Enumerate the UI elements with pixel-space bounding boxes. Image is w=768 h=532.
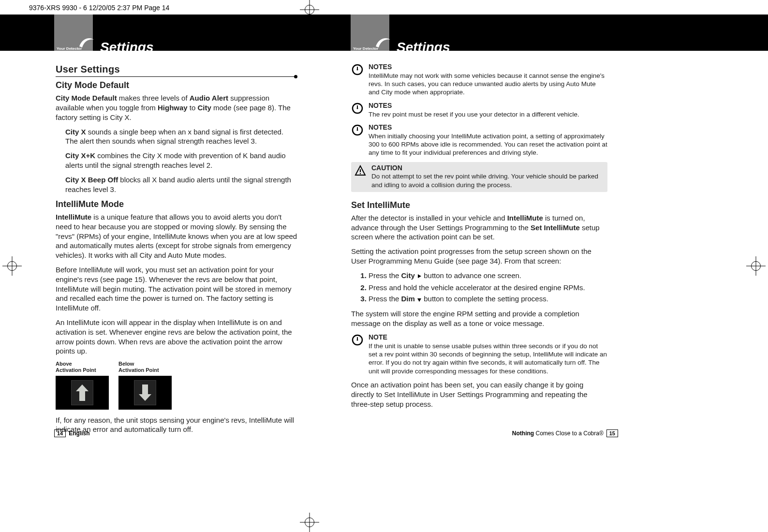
note-4: NOTE If the unit is unable to sense usab…	[351, 333, 607, 375]
cobra-logo-icon-right	[374, 33, 391, 50]
intellimute-p2: Before IntelliMute will work, you must s…	[56, 265, 297, 313]
setup-steps: Press the City button to advance one scr…	[369, 271, 607, 305]
city-x-text: City X sounds a single beep when an x ba…	[65, 127, 297, 147]
lcd-below	[118, 376, 172, 410]
note-2: NOTES The rev point must be reset if you…	[351, 102, 607, 118]
arrow-up-icon	[71, 380, 93, 405]
svg-point-13	[357, 339, 358, 340]
note-4-title: NOTE	[369, 333, 607, 342]
triangle-down-icon	[417, 295, 422, 305]
page-number-left: 14	[54, 429, 66, 437]
set-intellimute-p1: After the detector is installed in your …	[351, 213, 607, 242]
svg-point-2	[357, 69, 358, 71]
section-title-right: Settings	[397, 40, 450, 55]
intellimute-p1: IntelliMute is a unique feature that all…	[56, 212, 297, 260]
city-mode-default-heading: City Mode Default	[56, 80, 297, 91]
caution-block: CAUTION Do not attempt to set the rev po…	[351, 162, 607, 192]
cobra-logo-icon-left	[77, 33, 95, 50]
registration-mark-left	[2, 256, 22, 276]
section-title-left: Settings	[100, 40, 153, 55]
footer-left: 14 English	[54, 429, 90, 437]
svg-point-8	[357, 129, 358, 131]
right-column: NOTES IntelliMute may not work with some…	[351, 63, 607, 414]
note-1-title: NOTES	[369, 63, 607, 72]
caption-above: AboveActivation Point	[56, 361, 109, 373]
city-xk-text: City X+K combines the City X mode with p…	[65, 151, 297, 170]
intellimute-p4: If, for any reason, the unit stops sensi…	[56, 415, 297, 435]
page-spread: 9376-XRS 9930 - 6 12/20/05 2:37 PM Page …	[0, 0, 768, 532]
closing-paragraph: Once an activation point has been set, y…	[351, 380, 607, 409]
registration-mark-bottom	[300, 513, 319, 532]
note-4-body: If the unit is unable to sense usable pu…	[369, 342, 607, 375]
step-2: Press and hold the vehicle accelerator a…	[369, 283, 607, 293]
note-1-body: IntelliMute may not work with some vehic…	[369, 72, 607, 97]
svg-rect-10	[360, 173, 361, 174]
intellimute-mode-heading: IntelliMute Mode	[56, 199, 297, 210]
svg-point-5	[357, 107, 358, 109]
city-x-beep-off-text: City X Beep Off blocks all X band audio …	[65, 175, 297, 194]
caption-below: BelowActivation Point	[118, 361, 172, 373]
triangle-right-icon	[417, 271, 422, 281]
note-icon	[351, 124, 364, 137]
set-intellimute-heading: Set IntelliMute	[351, 200, 607, 211]
city-mode-default-text: City Mode Default makes three levels of …	[56, 93, 297, 122]
note-3: NOTES When initially choosing your Intel…	[351, 123, 607, 157]
step-3: Press the Dim button to complete the set…	[369, 294, 607, 304]
note-icon	[351, 334, 364, 347]
user-settings-heading: User Settings	[56, 63, 297, 75]
set-intellimute-p3: The system will store the engine RPM set…	[351, 309, 607, 328]
set-intellimute-p2: Setting the activation point progresses …	[351, 247, 607, 266]
note-icon	[351, 64, 364, 76]
registration-mark-top	[300, 0, 319, 19]
caution-body: Do not attempt to set the rev point whil…	[371, 172, 605, 189]
note-3-title: NOTES	[369, 123, 607, 132]
heading-rule	[56, 76, 297, 77]
print-job-line: 9376-XRS 9930 - 6 12/20/05 2:37 PM Page …	[29, 4, 169, 12]
figure-below: BelowActivation Point	[118, 361, 172, 409]
note-1: NOTES IntelliMute may not work with some…	[351, 63, 607, 97]
step-1: Press the City button to advance one scr…	[369, 271, 607, 281]
footer-language: English	[69, 430, 89, 437]
lcd-figure-row: AboveActivation Point BelowActivation Po…	[56, 361, 297, 409]
lcd-above	[56, 376, 109, 410]
caution-title: CAUTION	[371, 164, 605, 173]
note-2-title: NOTES	[369, 102, 607, 110]
page-number-right: 15	[606, 429, 618, 437]
figure-above: AboveActivation Point	[56, 361, 109, 409]
footer-right: Nothing Comes Close to a Cobra® 15	[512, 429, 618, 437]
intellimute-p3: An IntelliMute icon will appear in the d…	[56, 318, 297, 356]
note-2-body: The rev point must be reset if you use y…	[369, 110, 607, 118]
note-icon	[351, 103, 364, 115]
footer-tagline: Nothing Comes Close to a Cobra®	[512, 430, 604, 437]
svg-rect-9	[360, 169, 361, 172]
caution-icon	[354, 165, 367, 177]
arrow-down-icon	[134, 380, 156, 405]
registration-mark-right	[746, 256, 766, 276]
left-column: User Settings City Mode Default City Mod…	[56, 63, 297, 439]
note-3-body: When initially choosing your IntelliMute…	[369, 132, 607, 157]
